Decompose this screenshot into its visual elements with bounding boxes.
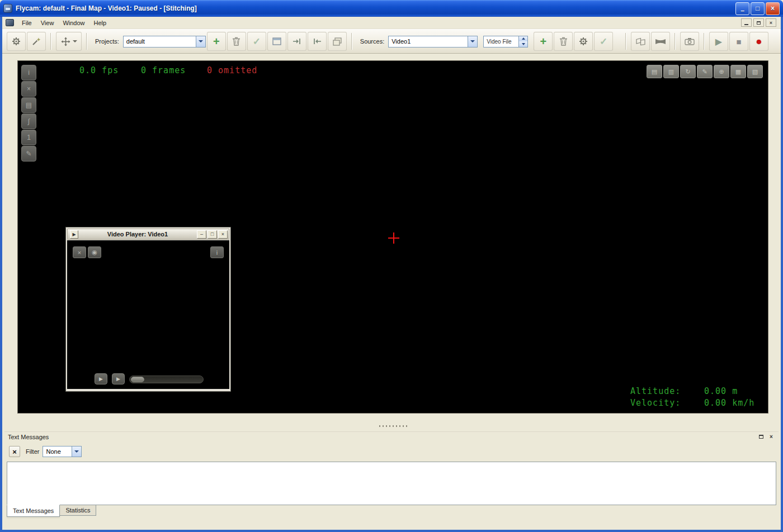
settings-button[interactable]	[7, 32, 26, 51]
maximize-button[interactable]: □	[751, 2, 765, 15]
move-tool-button[interactable]	[56, 32, 82, 51]
close-button[interactable]: ×	[766, 2, 780, 15]
source-type-spinner[interactable]	[518, 36, 527, 47]
panel-float-button[interactable]	[757, 433, 765, 440]
close-icon: ×	[78, 249, 81, 256]
clear-messages-button[interactable]: ×	[9, 446, 20, 457]
viewport-tool-7-button[interactable]: ▧	[747, 65, 763, 78]
plus-icon: +	[540, 36, 546, 47]
maximize-icon: □	[211, 231, 214, 237]
map-viewport[interactable]: 0.0 fps 0 frames 0 omitted i × ▤ ∫ 1 ✎ ▤…	[17, 60, 768, 414]
add-source-button[interactable]: +	[534, 32, 553, 51]
mdi-restore-button[interactable]	[753, 18, 764, 27]
import-project-button[interactable]	[308, 32, 327, 51]
viewport-tool-1-button[interactable]: ▤	[647, 65, 662, 78]
player-info-button[interactable]: i	[210, 246, 224, 258]
mdi-minimize-button[interactable]	[741, 18, 752, 27]
viewport-tool-4-button[interactable]: ✎	[697, 65, 713, 78]
app-icon	[3, 4, 12, 13]
clear-icon: ×	[12, 448, 17, 456]
menu-window[interactable]: Window	[58, 18, 89, 28]
chevron-down-icon	[73, 40, 77, 42]
player-close-button[interactable]: ×	[218, 230, 228, 239]
combo-arrow	[74, 450, 79, 453]
cascade-windows-button[interactable]	[328, 32, 347, 51]
play-icon: ▶	[72, 232, 76, 237]
edit-icon: ✎	[702, 68, 707, 75]
video-player-content[interactable]: × ◉ i ▶ ▶	[67, 240, 229, 389]
minimize-button[interactable]: –	[735, 2, 749, 15]
tab-text-messages[interactable]: Text Messages	[7, 505, 60, 517]
move-tool-icon	[61, 37, 70, 46]
mdi-child-icon[interactable]	[6, 19, 14, 26]
tab-statistics[interactable]: Statistics	[59, 505, 96, 516]
spin-down-icon[interactable]	[519, 41, 527, 47]
minimize-icon: –	[200, 231, 203, 237]
player-seek-thumb[interactable]	[131, 377, 144, 382]
viewport-layers-button[interactable]: ▤	[21, 97, 36, 113]
viewport-tool-2-button[interactable]: ▥	[663, 65, 679, 78]
player-seek-slider[interactable]	[129, 376, 204, 383]
chevron-down-icon[interactable]	[72, 446, 81, 457]
projects-select[interactable]: default	[123, 36, 206, 48]
apply-project-button[interactable]: ✓	[247, 32, 266, 51]
viewport-clear-button[interactable]: ×	[21, 81, 36, 97]
video-player-titlebar[interactable]: ▶ Video Player: Video1 – □ ×	[67, 229, 229, 240]
filter-select[interactable]: None	[43, 446, 82, 457]
delete-project-button[interactable]	[227, 32, 246, 51]
chevron-down-icon[interactable]	[196, 36, 205, 47]
panel-splitter-handle[interactable]	[378, 425, 407, 428]
player-minimize-button[interactable]: –	[197, 230, 206, 239]
camera-icon	[685, 37, 695, 45]
panorama-button[interactable]	[651, 32, 670, 51]
add-project-button[interactable]: +	[207, 32, 226, 51]
player-capture-button[interactable]: ◉	[88, 246, 101, 258]
export-project-button[interactable]	[287, 32, 306, 51]
viewport-scale-button[interactable]: 1	[21, 130, 36, 145]
snapshot-button[interactable]	[680, 32, 699, 51]
play-button[interactable]: ▶	[709, 32, 728, 51]
menu-help[interactable]: Help	[89, 18, 111, 28]
viewport-info-button[interactable]: i	[21, 65, 36, 80]
panorama-icon	[655, 38, 666, 45]
panel-close-button[interactable]: ×	[767, 433, 775, 440]
apply-source-button[interactable]: ✓	[594, 32, 613, 51]
path-icon: ∫	[28, 117, 30, 125]
record-button[interactable]: ●	[749, 32, 768, 51]
viewport-draw-button[interactable]: ✎	[21, 146, 36, 162]
sources-select[interactable]: Video1	[388, 36, 478, 48]
titlebar[interactable]: Flycam: default - Final Map - Video1: Pa…	[0, 0, 783, 17]
check-icon: ✓	[600, 36, 607, 48]
mdi-minimize-icon	[744, 24, 748, 25]
spin-up-icon[interactable]	[519, 36, 527, 42]
player-close-overlay-button[interactable]: ×	[73, 246, 86, 258]
stitch-button[interactable]	[631, 32, 650, 51]
new-window-button[interactable]	[267, 32, 286, 51]
viewport-tool-3-button[interactable]: ↻	[680, 65, 696, 78]
chevron-down-icon[interactable]	[468, 36, 477, 47]
source-type-select[interactable]: Video File	[483, 36, 528, 48]
viewport-tool-5-button[interactable]: ⊕	[714, 65, 729, 78]
viewport-path-button[interactable]: ∫	[21, 113, 36, 129]
messages-panel-header: Text Messages ×	[4, 431, 779, 441]
telemetry-readout: Altitude:0.00 m Velocity:0.00 km/h	[630, 386, 754, 409]
wand-button[interactable]	[27, 32, 46, 51]
delete-source-button[interactable]	[554, 32, 573, 51]
messages-list[interactable]	[7, 462, 776, 505]
video-player-window[interactable]: ▶ Video Player: Video1 – □ × × ◉ i ▶ ▶	[65, 227, 231, 392]
sources-label: Sources:	[360, 38, 384, 45]
filter-label: Filter	[26, 448, 39, 455]
viewport-tool-6-button[interactable]: ▦	[730, 65, 746, 78]
menu-view[interactable]: View	[36, 18, 59, 28]
source-settings-button[interactable]	[574, 32, 593, 51]
player-maximize-button[interactable]: □	[207, 230, 217, 239]
sources-selected-value: Video1	[389, 38, 468, 45]
mdi-close-button[interactable]: ×	[766, 18, 776, 27]
menu-file[interactable]: File	[17, 18, 36, 28]
player-play-button[interactable]: ▶	[112, 373, 125, 384]
player-menu-button[interactable]: ▶	[70, 230, 78, 239]
stop-button[interactable]: ■	[729, 32, 748, 51]
mdi-restore-icon	[757, 21, 761, 25]
player-step-button[interactable]: ▶	[95, 373, 107, 384]
trash-icon	[559, 37, 568, 46]
